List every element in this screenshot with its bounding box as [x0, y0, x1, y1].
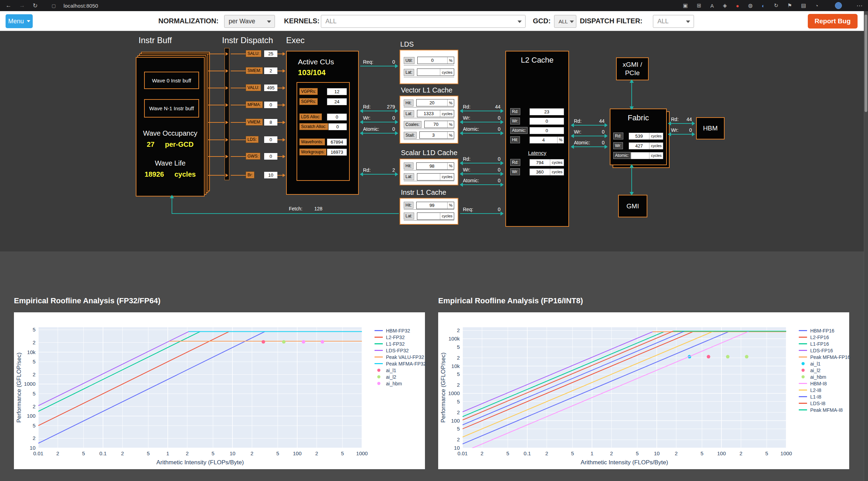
svg-text:2: 2 [740, 450, 742, 456]
arrow-right-icon [500, 161, 504, 165]
flag-icon[interactable]: ⚑ [787, 2, 792, 9]
refresh-icon[interactable]: ↻ [33, 2, 38, 9]
legend-item-l1-fp16[interactable]: L1-FP16 [798, 341, 850, 346]
back-icon[interactable]: ← [6, 2, 11, 9]
svg-text:0.01: 0.01 [33, 450, 43, 456]
legend-label: ai_hbm [810, 374, 826, 380]
text-size-icon[interactable]: A [710, 3, 714, 9]
legend-item-lds-fp32[interactable]: LDS-FP32 [374, 348, 426, 353]
rd-value-box: 23 [529, 108, 564, 115]
normalization-select[interactable]: per Wave [224, 15, 275, 28]
arrow-line [460, 174, 503, 174]
legend-label: ai_l2 [810, 368, 821, 373]
roofline-fp32-plot[interactable]: 0.01250.12512510251002510001025100251000… [14, 312, 425, 469]
legend-line-swatch [374, 343, 383, 344]
history-icon[interactable]: ◔ [815, 3, 818, 9]
flow-value: 0 [392, 115, 395, 121]
lat-row: Lat:cycles [404, 69, 454, 77]
legend-item-lds-fp16[interactable]: LDS-FP16 [798, 348, 850, 353]
util-row: Util:0% [404, 57, 454, 65]
dispatch-filter-select[interactable]: ALL [653, 15, 694, 28]
stat-unit: cycles [440, 69, 454, 75]
profile-avatar[interactable] [835, 2, 842, 9]
legend-item-peak-mfma-fp16[interactable]: Peak MFMA-FP16 [798, 354, 850, 360]
legend-item-l2-fp32[interactable]: L2-FP32 [374, 335, 426, 340]
split-view-icon[interactable]: ▣ [683, 2, 688, 9]
sync-ic on[interactable]: ↻ [774, 2, 779, 9]
gcd-select[interactable]: ALL [554, 15, 576, 28]
exec-block: Active CUs 103/104 VGPRs:12SGPRs:24LDS A… [286, 51, 359, 195]
site-info-icon[interactable]: ▢ [52, 3, 56, 8]
fabric-block: Fabric Rd:539cyclesWr:427cyclesAtomic:cy… [610, 109, 667, 165]
arrow-right-icon [395, 64, 398, 68]
buff-dispatch-line [207, 105, 224, 105]
arrow-right-icon [605, 145, 608, 149]
apps-grid-icon[interactable]: ⊞ [697, 2, 701, 9]
adblock-icon[interactable]: ◍ [748, 2, 753, 9]
rd-value-box: 794cycles [529, 159, 564, 166]
forward-icon[interactable]: → [19, 2, 25, 9]
legend-item-hbm-fp32[interactable]: HBM-FP32 [374, 328, 426, 333]
legend-label: ai_hbm [386, 381, 402, 386]
legend-item-ai-l1[interactable]: ai_l1 [374, 368, 426, 373]
svg-text:5: 5 [212, 450, 214, 456]
arrow-line [571, 136, 607, 136]
legend-label: Peak MFMA-FP16 [810, 354, 850, 360]
menu-button[interactable]: Menu [6, 14, 33, 28]
legend-item-l1-i8[interactable]: L1-I8 [798, 394, 850, 399]
svg-text:2: 2 [186, 450, 189, 456]
url-field[interactable]: localhost:8050 [64, 3, 98, 9]
legend-item-l2-i8[interactable]: L2-I8 [798, 387, 850, 393]
wavefronts-row: Wavefronts:67894 [299, 138, 347, 146]
layout-icon[interactable]: ▤ [801, 2, 806, 9]
flow-value: 0 [498, 126, 500, 132]
wr-row: Wr:360cycles [510, 168, 564, 176]
dispatch-arrow-bar [224, 48, 229, 180]
buff-dispatch-line [207, 71, 224, 71]
svg-text:5: 5 [457, 371, 460, 377]
arrow-line [668, 134, 695, 135]
lat-label: Lat: [404, 110, 414, 117]
legend-item-hbm-i8[interactable]: HBM-I8 [798, 381, 850, 386]
extension-icon[interactable]: ◐ [762, 3, 765, 9]
flow-arrow-atomic: Atomic:0 [460, 126, 503, 134]
svg-text:10: 10 [454, 445, 460, 451]
legend-line-swatch [798, 356, 807, 358]
legend-item-ai-l2[interactable]: ai_l2 [374, 374, 426, 379]
legend-item-ai-l1[interactable]: ai_l1 [798, 361, 850, 366]
app-toolbar: Menu NORMALIZATION: per Wave KERNELS: AL… [0, 11, 868, 31]
fabric-gmi-arrow [631, 167, 632, 192]
scalar-l1d-block: Hit:98%Lat:cycles [400, 159, 458, 185]
legend-line-swatch [798, 337, 807, 338]
shield-icon[interactable]: ◈ [723, 2, 727, 9]
legend-item-l2-fp16[interactable]: L2-FP16 [798, 335, 850, 340]
flow-label: Rd: [671, 117, 679, 122]
fetch-line [172, 213, 399, 214]
recording-icon[interactable]: ● [736, 3, 739, 9]
legend-item-peak-mfma-i8[interactable]: Peak MFMA-I8 [798, 407, 850, 412]
legend-line-swatch [798, 409, 807, 410]
svg-text:1000: 1000 [780, 450, 792, 456]
legend-item-peak-valu-fp32[interactable]: Peak VALU-FP32 [374, 354, 426, 360]
browser-menu-icon[interactable]: ⋯ [857, 2, 862, 9]
legend-item-hbm-fp16[interactable]: HBM-FP16 [798, 328, 850, 333]
report-bug-button[interactable]: Report Bug [808, 14, 858, 29]
svg-text:5: 5 [276, 450, 279, 456]
scrollbar-thumb[interactable] [865, 15, 867, 112]
kernels-select[interactable]: ALL [321, 15, 526, 28]
flow-value: 0 [392, 59, 395, 65]
legend-label: HBM-FP32 [386, 328, 410, 334]
arrow-left-icon [571, 145, 574, 149]
svg-text:5: 5 [147, 450, 150, 456]
stat-value: 0 [264, 102, 277, 107]
arrow-line [460, 184, 503, 185]
legend-item-ai-l2[interactable]: ai_l2 [798, 368, 850, 373]
roofline-fp16-plot[interactable]: 0.01250.12512510251002510001025100251000… [438, 312, 849, 469]
legend-item-ai-hbm[interactable]: ai_hbm [798, 374, 850, 379]
buff-dispatch-line [207, 139, 224, 140]
legend-item-ai-hbm[interactable]: ai_hbm [374, 381, 426, 386]
legend-item-peak-mfma-fp32[interactable]: Peak MFMA-FP32 [374, 361, 426, 366]
wave-life-values: 18926 cycles [136, 170, 204, 178]
legend-item-l1-fp32[interactable]: L1-FP32 [374, 341, 426, 346]
legend-item-lds-i8[interactable]: LDS-I8 [798, 401, 850, 406]
